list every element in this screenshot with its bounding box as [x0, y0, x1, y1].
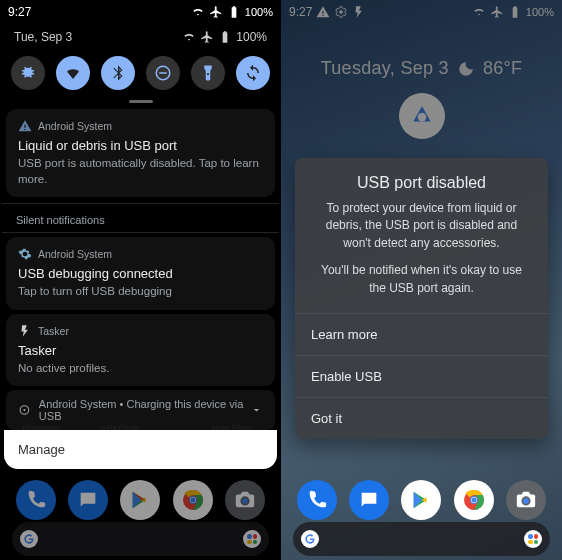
gear-icon	[18, 403, 31, 417]
notification-shade[interactable]: Tue, Sep 3 100% Android System Liquid or…	[2, 24, 279, 430]
phone-right: 9:27 100% Tuesday, Sep 3 86°F USB port d…	[281, 0, 562, 560]
notification-tasker[interactable]: Tasker Tasker No active profiles.	[6, 314, 275, 387]
airplane-icon	[209, 5, 223, 19]
svg-point-7	[190, 498, 195, 503]
notif-app-label: Android System	[38, 248, 112, 260]
svg-point-15	[523, 498, 529, 504]
wifi-icon	[182, 30, 196, 44]
dock	[0, 480, 281, 520]
status-time: 9:27	[8, 5, 31, 19]
dialog-title: USB port disabled	[295, 158, 548, 200]
qs-bluetooth[interactable]	[101, 56, 135, 90]
wifi-icon	[191, 5, 205, 19]
qs-bug-report[interactable]	[11, 56, 45, 90]
notif-title: Liquid or debris in USB port	[18, 138, 263, 153]
gear-icon	[18, 247, 32, 261]
notif-title: USB debugging connected	[18, 266, 263, 281]
app-chrome[interactable]	[173, 480, 213, 520]
battery-icon	[218, 30, 232, 44]
dialog-got-it-button[interactable]: Got it	[295, 397, 548, 439]
app-camera[interactable]	[225, 480, 265, 520]
google-logo-icon	[20, 530, 38, 548]
qs-battery-pct: 100%	[236, 30, 267, 44]
assistant-icon[interactable]	[524, 530, 542, 548]
notification-charging[interactable]: Android System • Charging this device vi…	[6, 390, 275, 430]
dialog-learn-more-button[interactable]: Learn more	[295, 313, 548, 355]
manage-button[interactable]: Manage	[4, 430, 277, 469]
svg-rect-1	[159, 72, 167, 74]
notif-body: USB port is automatically disabled. Tap …	[18, 156, 263, 187]
app-phone[interactable]	[16, 480, 56, 520]
usb-disabled-dialog: USB port disabled To protect your device…	[295, 158, 548, 439]
app-phone[interactable]	[297, 480, 337, 520]
notif-app-label: Tasker	[38, 325, 69, 337]
status-battery-pct: 100%	[245, 6, 273, 18]
notif-body: Tap to turn off USB debugging	[18, 284, 263, 300]
app-camera[interactable]	[506, 480, 546, 520]
qs-toggle-row	[2, 48, 279, 100]
app-chrome[interactable]	[454, 480, 494, 520]
search-bar[interactable]	[12, 522, 269, 556]
notif-app-label: Android System	[38, 120, 112, 132]
dialog-body-line: You'll be notified when it's okay to use…	[313, 262, 530, 297]
battery-icon	[227, 5, 241, 19]
notification-usb-debugging[interactable]: Android System USB debugging connected T…	[6, 237, 275, 310]
qs-wifi[interactable]	[56, 56, 90, 90]
qs-header: Tue, Sep 3 100%	[2, 24, 279, 48]
chevron-down-icon[interactable]	[250, 403, 263, 417]
status-bar: 9:27 100%	[0, 0, 281, 24]
app-messages[interactable]	[68, 480, 108, 520]
charging-text: Android System • Charging this device vi…	[39, 398, 250, 422]
app-play-store[interactable]	[120, 480, 160, 520]
assistant-icon[interactable]	[243, 530, 261, 548]
google-logo-icon	[301, 530, 319, 548]
notif-title: Tasker	[18, 343, 263, 358]
qs-date: Tue, Sep 3	[14, 30, 72, 44]
svg-point-8	[242, 498, 248, 504]
shade-handle[interactable]	[129, 100, 153, 103]
dialog-enable-usb-button[interactable]: Enable USB	[295, 355, 548, 397]
bolt-icon	[18, 324, 32, 338]
dock	[281, 480, 562, 520]
silent-section-label: Silent notifications	[2, 203, 279, 233]
notif-body: No active profiles.	[18, 361, 263, 377]
notification-usb-liquid[interactable]: Android System Liquid or debris in USB p…	[6, 109, 275, 197]
airplane-icon	[200, 30, 214, 44]
qs-auto-rotate[interactable]	[236, 56, 270, 90]
app-play-store[interactable]	[401, 480, 441, 520]
svg-point-14	[471, 498, 476, 503]
qs-dnd[interactable]	[146, 56, 180, 90]
dialog-body: To protect your device from liquid or de…	[295, 200, 548, 313]
qs-flashlight[interactable]	[191, 56, 225, 90]
svg-point-3	[23, 409, 25, 411]
phone-left: 9:27 100% Tue, Sep 3 100%	[0, 0, 281, 560]
dialog-body-line: To protect your device from liquid or de…	[313, 200, 530, 252]
app-messages[interactable]	[349, 480, 389, 520]
warning-triangle-icon	[18, 119, 32, 133]
search-bar[interactable]	[293, 522, 550, 556]
